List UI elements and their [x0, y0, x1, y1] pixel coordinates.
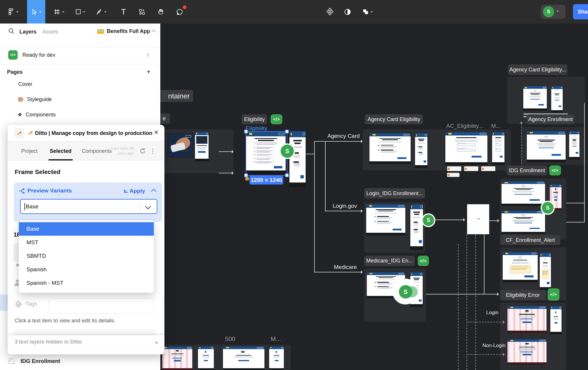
- kebab-menu-icon[interactable]: ⋮: [150, 148, 156, 155]
- figma-menu-button[interactable]: [3, 0, 22, 24]
- tab-layers[interactable]: Layers: [19, 29, 36, 35]
- connector-line: [314, 141, 362, 142]
- hand-tool[interactable]: [152, 0, 169, 24]
- frame-name-m-bottom[interactable]: M...: [271, 335, 281, 342]
- writing-hand-icon: [16, 130, 22, 136]
- frame-photo-card[interactable]: [168, 134, 193, 158]
- frame-name-eligibility[interactable]: Eligibiilty: [246, 125, 267, 132]
- tab-selected[interactable]: Selected: [50, 142, 71, 160]
- page-item-cover[interactable]: Cover: [18, 81, 32, 87]
- dev-ready-icon[interactable]: </>: [271, 114, 282, 124]
- ready-for-dev-row[interactable]: </> Ready for dev: [8, 50, 55, 60]
- frame-ac-form-desktop[interactable]: [445, 132, 487, 165]
- actions-tool[interactable]: [133, 0, 151, 24]
- frame-ac-form-mobile[interactable]: [492, 132, 504, 165]
- layer-item-idg-enrollment[interactable]: IDG Enrollment: [9, 358, 60, 364]
- frame-ac-desktop[interactable]: [369, 133, 411, 164]
- frame-mobile-intro[interactable]: [195, 132, 209, 161]
- section-label-login-idg[interactable]: Login_IDG Enrollment...: [364, 188, 425, 199]
- frame-404-desktop[interactable]: [162, 346, 192, 370]
- chevron-down-icon[interactable]: [145, 203, 151, 209]
- dev-ready-icon[interactable]: </>: [549, 165, 561, 175]
- hidden-layers-bar[interactable]: 3 text layers hidden in Ditto: [8, 335, 164, 349]
- dropdown-option-spanish-mst[interactable]: Spanish - MST: [19, 276, 154, 290]
- variant-combobox[interactable]: Base: [20, 199, 157, 214]
- mask-contrast-icon[interactable]: [339, 0, 356, 24]
- frame-login-idg-mobile[interactable]: [410, 204, 423, 250]
- apply-button[interactable]: ⊾ Apply: [124, 187, 145, 194]
- page-item-components[interactable]: ❖ Components: [18, 112, 56, 118]
- frame-blank[interactable]: [467, 204, 489, 234]
- dev-ready-icon[interactable]: </>: [548, 288, 559, 301]
- tab-components[interactable]: Components: [82, 142, 112, 160]
- frame-name-m-top[interactable]: M...: [491, 123, 501, 129]
- refresh-icon[interactable]: [139, 148, 146, 156]
- frame-idg-confirm-desktop[interactable]: [502, 181, 545, 206]
- account-menu[interactable]: S: [541, 5, 565, 19]
- search-icon[interactable]: [8, 28, 14, 34]
- frame-eligibility-mobile[interactable]: [289, 131, 306, 187]
- mock-detail: [419, 146, 422, 147]
- comment-tool[interactable]: [171, 0, 189, 24]
- mock-detail: [419, 149, 423, 150]
- dropdown-option-spanish[interactable]: Spanish: [19, 263, 154, 276]
- section-label-agency-enrollment[interactable]: Agency Enrollment: [527, 114, 574, 124]
- section-label-agency-card-eligibility-trunc[interactable]: Agency Card Eligibility...: [508, 64, 567, 75]
- frame-idg-confirm-desktop-2[interactable]: [502, 211, 545, 234]
- section-label-idg-enrollment[interactable]: IDG Enrollment: [507, 165, 547, 175]
- page-item-styleguide[interactable]: Styleguide: [18, 96, 52, 103]
- shape-tool[interactable]: [71, 0, 89, 24]
- dev-ready-icon[interactable]: </>: [418, 256, 429, 266]
- frame-name-500[interactable]: 500: [225, 335, 235, 342]
- mock-detail: [377, 288, 390, 289]
- selection-handle[interactable]: [244, 130, 248, 133]
- mock-detail: [294, 155, 300, 156]
- frame-name-ac-eligibility[interactable]: AC_Eligibility...: [446, 123, 483, 129]
- frame-elig-error-mobile[interactable]: [540, 253, 551, 290]
- frame-agency-enroll-mobile[interactable]: [569, 131, 579, 159]
- share-button[interactable]: Share: [573, 4, 588, 19]
- tab-assets[interactable]: Assets: [42, 29, 58, 35]
- dropdown-option-sbmtd[interactable]: SBMTD: [19, 249, 154, 263]
- dropdown-option-base[interactable]: Base: [19, 222, 154, 236]
- section-label-medicare-idg[interactable]: Medicare_IDG En...: [364, 256, 415, 266]
- dropdown-option-mst[interactable]: MST: [19, 236, 154, 249]
- pen-tool[interactable]: [92, 0, 111, 24]
- section-label-eligibility-error[interactable]: Eligibility Error: [500, 290, 546, 300]
- frame-500-desktop[interactable]: [223, 346, 264, 370]
- frame-agency-enroll-desktop[interactable]: [527, 131, 566, 162]
- selection-handle[interactable]: [285, 173, 289, 177]
- dialog-titlebar[interactable]: Ditto | Manage copy from design to produ…: [8, 125, 164, 141]
- section-label-agency-card-eligibility[interactable]: Agency Card Eligibility: [365, 114, 423, 124]
- frame-elig-error-desktop[interactable]: [503, 252, 538, 282]
- collapse-chevron-icon[interactable]: [151, 189, 156, 194]
- boolean-union-icon[interactable]: [357, 0, 378, 24]
- frame-ac-mobile[interactable]: [415, 133, 427, 168]
- selection-handle[interactable]: [244, 173, 248, 177]
- frame-login-error-desktop[interactable]: [507, 306, 547, 333]
- mock-detail: [381, 152, 395, 153]
- frame-404-mobile[interactable]: [198, 346, 214, 370]
- components-library-icon[interactable]: [321, 0, 338, 24]
- section-label-cf-enrollment-alert[interactable]: CF_Enrollment_Alert: [500, 235, 560, 245]
- frame-ac-elig-desktop[interactable]: [523, 86, 547, 111]
- frame-login-error-mobile[interactable]: [550, 306, 562, 334]
- mock-detail: [554, 196, 557, 197]
- file-switcher[interactable]: Benefits Full App: [97, 28, 156, 34]
- section-label-eligibility[interactable]: Eligibility: [242, 114, 267, 124]
- selection-handle[interactable]: [285, 130, 289, 133]
- frame-nonlogin-error-desktop[interactable]: [507, 339, 547, 364]
- tags-input[interactable]: [49, 298, 154, 314]
- expand-caret-icon[interactable]: [155, 340, 158, 343]
- move-tool-selected[interactable]: [27, 0, 45, 24]
- preview-variants-label: Preview Variants: [27, 187, 72, 194]
- mock-detail: [378, 145, 380, 146]
- text-tool[interactable]: T: [115, 0, 132, 24]
- frame-500-mobile[interactable]: [269, 346, 284, 370]
- add-page-button[interactable]: +: [146, 68, 151, 76]
- tab-project[interactable]: Project: [21, 142, 38, 160]
- frame-tool[interactable]: [49, 0, 68, 24]
- frame-ac-elig-mobile[interactable]: [551, 86, 563, 112]
- close-icon[interactable]: ✕: [154, 130, 159, 135]
- frame-login-idg-desktop[interactable]: [366, 204, 405, 235]
